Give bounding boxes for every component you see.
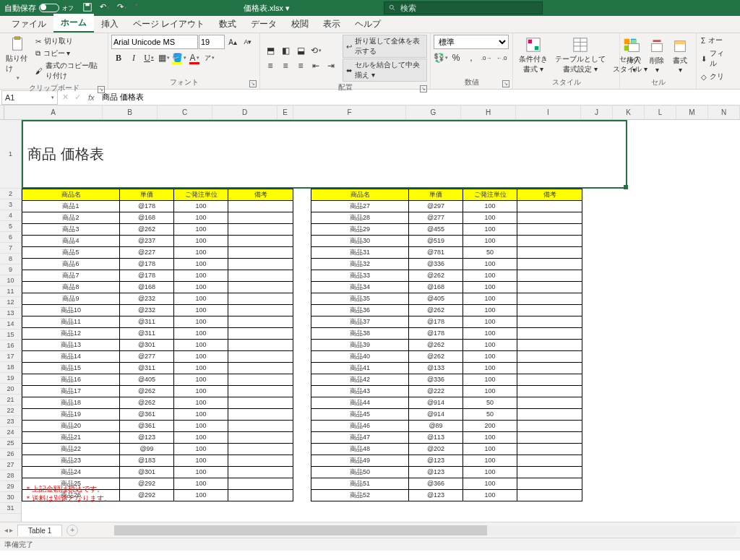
- row-header[interactable]: 16: [0, 340, 21, 351]
- align-center-icon[interactable]: ≡: [278, 59, 293, 73]
- cut-button[interactable]: ✂切り取り: [34, 35, 105, 47]
- table-row[interactable]: 商品1@178100: [22, 201, 293, 212]
- align-middle-icon[interactable]: ◧: [278, 43, 293, 58]
- table-row[interactable]: 商品51@366100: [311, 478, 582, 490]
- table-row[interactable]: 商品36@262100: [311, 305, 582, 316]
- column-header[interactable]: M: [676, 105, 708, 119]
- clear-button[interactable]: ◇クリ: [700, 71, 726, 82]
- accounting-format-icon[interactable]: 💱▾: [434, 51, 448, 65]
- table-row[interactable]: 商品30@519100: [311, 236, 582, 247]
- italic-button[interactable]: I: [126, 51, 141, 65]
- align-bottom-icon[interactable]: ⬓: [293, 43, 308, 58]
- table-row[interactable]: 商品46@89200: [311, 421, 582, 432]
- underline-button[interactable]: U▾: [142, 51, 156, 65]
- row-header[interactable]: 2: [0, 189, 21, 199]
- table-row[interactable]: 商品7@178100: [22, 270, 293, 282]
- dialog-launcher-icon[interactable]: ↘: [98, 86, 105, 93]
- document-title[interactable]: 価格表.xlsx ▾: [244, 3, 290, 14]
- table-row[interactable]: 商品38@178100: [311, 328, 582, 340]
- row-header[interactable]: 26: [0, 449, 21, 460]
- tab-review[interactable]: 校閲: [284, 15, 316, 33]
- format-as-table-button[interactable]: テーブルとして 書式設定 ▾: [552, 35, 608, 76]
- autosum-button[interactable]: Σオー: [700, 35, 724, 46]
- conditional-format-button[interactable]: 条件付き 書式 ▾: [516, 35, 551, 76]
- table-row[interactable]: 商品2@168100: [22, 212, 293, 224]
- table-row[interactable]: 商品45@91450: [311, 409, 582, 421]
- decrease-font-icon[interactable]: A▾: [241, 35, 255, 49]
- row-header[interactable]: 21: [0, 395, 21, 405]
- table-row[interactable]: 商品33@262100: [311, 270, 582, 282]
- column-header[interactable]: I: [516, 105, 581, 119]
- increase-indent-icon[interactable]: ⇥: [324, 59, 338, 73]
- autosave-toggle[interactable]: 自動保存 オフ: [0, 3, 78, 14]
- column-header[interactable]: N: [708, 105, 740, 119]
- table-row[interactable]: 商品28@277100: [311, 212, 582, 224]
- format-painter-button[interactable]: 🖌書式のコピー/貼り付け: [34, 60, 105, 82]
- add-sheet-button[interactable]: +: [66, 525, 78, 536]
- table-row[interactable]: 商品29@455100: [311, 224, 582, 236]
- font-name-select[interactable]: [111, 35, 198, 49]
- table-row[interactable]: 商品32@336100: [311, 259, 582, 270]
- row-header[interactable]: 14: [0, 319, 21, 329]
- table-row[interactable]: 商品11@311100: [22, 316, 293, 328]
- tab-data[interactable]: データ: [244, 15, 284, 33]
- align-top-icon[interactable]: ⬒: [263, 43, 278, 58]
- percent-icon[interactable]: %: [449, 51, 463, 65]
- tab-view[interactable]: 表示: [316, 15, 348, 33]
- table-row[interactable]: 商品44@91450: [311, 397, 582, 409]
- table-row[interactable]: 商品18@262100: [22, 397, 293, 409]
- row-header[interactable]: 18: [0, 362, 21, 373]
- row-header[interactable]: 6: [0, 232, 21, 243]
- tab-insert[interactable]: 挿入: [94, 15, 126, 33]
- table-row[interactable]: 商品17@262100: [22, 386, 293, 397]
- column-header[interactable]: L: [645, 105, 676, 119]
- column-header[interactable]: F: [293, 105, 406, 119]
- table-row[interactable]: 商品31@78150: [311, 247, 582, 259]
- table-row[interactable]: 商品16@405100: [22, 374, 293, 386]
- table-row[interactable]: 商品35@405100: [311, 293, 582, 305]
- table-row[interactable]: 商品6@178100: [22, 259, 293, 270]
- table-row[interactable]: 商品15@311100: [22, 363, 293, 374]
- table-row[interactable]: 商品5@227100: [22, 247, 293, 259]
- table-row[interactable]: 商品14@277100: [22, 351, 293, 363]
- align-right-icon[interactable]: ≡: [293, 59, 308, 73]
- row-header[interactable]: 11: [0, 286, 21, 297]
- column-header[interactable]: H: [461, 105, 516, 119]
- sheet-nav-last-icon[interactable]: ▸: [9, 526, 13, 534]
- table-row[interactable]: 商品47@113100: [311, 432, 582, 444]
- tab-page-layout[interactable]: ページ レイアウト: [126, 15, 212, 33]
- border-button[interactable]: ▦▾: [157, 51, 171, 65]
- delete-cells-button[interactable]: 削除 ▾: [646, 37, 668, 75]
- orientation-icon[interactable]: ⟲▾: [309, 43, 323, 58]
- save-icon[interactable]: [82, 2, 92, 14]
- column-header[interactable]: B: [103, 105, 158, 119]
- row-header[interactable]: 27: [0, 460, 21, 470]
- column-header[interactable]: E: [278, 105, 293, 119]
- row-header[interactable]: 29: [0, 481, 21, 492]
- row-header[interactable]: 23: [0, 416, 21, 427]
- number-format-select[interactable]: 標準: [434, 35, 509, 49]
- column-header[interactable]: K: [613, 105, 645, 119]
- table-row[interactable]: 商品23@183100: [22, 455, 293, 467]
- dialog-launcher-icon[interactable]: ↘: [502, 80, 509, 87]
- table-row[interactable]: 商品4@237100: [22, 236, 293, 247]
- increase-font-icon[interactable]: A▴: [225, 35, 240, 49]
- table-row[interactable]: 商品49@123100: [311, 455, 582, 467]
- sheet-nav-first-icon[interactable]: ◂: [4, 526, 8, 534]
- wrap-text-button[interactable]: ↩折り返して全体を表示する: [343, 35, 427, 58]
- row-header[interactable]: 24: [0, 427, 21, 438]
- horizontal-scrollbar[interactable]: [114, 525, 736, 535]
- tab-home[interactable]: ホーム: [53, 14, 94, 33]
- table-row[interactable]: 商品13@301100: [22, 340, 293, 351]
- undo-icon[interactable]: ↶▾: [100, 2, 110, 14]
- row-header[interactable]: 7: [0, 243, 21, 254]
- comma-icon[interactable]: ,: [464, 51, 478, 65]
- row-header[interactable]: 5: [0, 221, 21, 232]
- table-row[interactable]: 商品21@123100: [22, 432, 293, 444]
- column-header[interactable]: A: [4, 105, 103, 119]
- row-header[interactable]: 9: [0, 264, 21, 275]
- cells-area[interactable]: 商品 価格表 商品名単価ご発注単位備考商品1@178100商品2@168100商…: [22, 120, 740, 522]
- table-row[interactable]: 商品20@361100: [22, 421, 293, 432]
- row-header[interactable]: 30: [0, 492, 21, 503]
- table-row[interactable]: 商品50@123100: [311, 467, 582, 478]
